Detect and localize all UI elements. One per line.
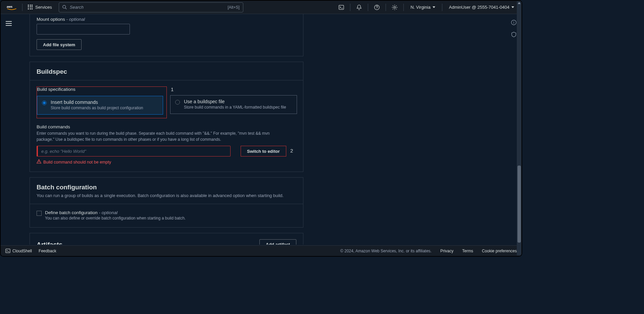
artifacts-title: Artifacts <box>37 241 62 245</box>
copyright-text: © 2024, Amazon Web Services, Inc. or its… <box>340 249 432 253</box>
divider <box>403 4 404 11</box>
radio-use-buildspec-file[interactable]: Use a buildspec file Store build command… <box>170 95 297 114</box>
info-icon <box>511 19 517 25</box>
radio-desc: Store build commands in a YAML-formatted… <box>184 105 292 110</box>
artifacts-section: Artifacts Add artifact <box>30 233 303 245</box>
security-panel-toggle[interactable] <box>511 32 517 39</box>
add-file-system-button[interactable]: Add file system <box>37 39 82 50</box>
region-label: N. Virginia <box>410 5 431 10</box>
account-label: AdminUser @ 2555-7041-0404 <box>449 5 509 10</box>
side-nav-toggle[interactable] <box>4 19 13 28</box>
add-artifact-button[interactable]: Add artifact <box>259 239 296 245</box>
top-navigation: aws Services [Alt+S] <box>1 1 522 14</box>
svg-point-10 <box>39 163 39 163</box>
notifications-button[interactable] <box>352 1 366 14</box>
divider <box>442 4 442 11</box>
radio-desc: Store build commands as build project co… <box>51 106 158 110</box>
mount-options-label: Mount options - optional <box>37 17 296 22</box>
checkbox-label: Define batch configuration - optional <box>45 210 186 215</box>
cloudshell-label: CloudShell <box>12 249 32 253</box>
aws-logo[interactable]: aws <box>3 4 20 10</box>
search-box[interactable]: [Alt+S] <box>59 2 243 12</box>
terminal-icon <box>5 248 10 253</box>
services-menu-button[interactable]: Services <box>24 3 55 12</box>
divider <box>22 4 22 11</box>
cloudshell-icon-button[interactable] <box>335 1 348 14</box>
batch-subtitle: You can run a group of builds as a singl… <box>37 192 296 199</box>
svg-point-5 <box>394 6 395 8</box>
terms-link[interactable]: Terms <box>462 249 473 253</box>
scrollbar-thumb[interactable] <box>517 166 521 243</box>
mount-options-section: Mount options - optional Add file system <box>30 14 303 56</box>
search-shortcut-hint: [Alt+S] <box>228 5 240 10</box>
bell-icon <box>356 4 362 10</box>
aws-logo-icon: aws <box>7 4 17 10</box>
account-selector[interactable]: AdminUser @ 2555-7041-0404 <box>444 5 519 10</box>
divider <box>350 4 350 11</box>
terminal-icon <box>338 4 344 10</box>
batch-title: Batch configuration <box>37 184 296 191</box>
radio-insert-build-commands[interactable]: Insert build commands Store build comman… <box>37 96 163 115</box>
services-label: Services <box>35 5 52 10</box>
build-commands-label: Build commands <box>37 124 296 129</box>
scroll-up-icon <box>518 2 521 4</box>
build-specifications-label: Build specifications <box>37 87 166 94</box>
svg-line-2 <box>65 8 67 9</box>
error-text: Build command should not be empty <box>43 160 111 165</box>
warning-icon <box>37 159 41 165</box>
divider <box>386 4 386 11</box>
radio-title: Insert build commands <box>51 100 158 105</box>
cookie-prefs-link[interactable]: Cookie preferences <box>482 249 517 253</box>
svg-text:aws: aws <box>7 5 12 8</box>
checkbox-desc: You can also define or override batch co… <box>45 216 186 221</box>
divider <box>368 4 368 11</box>
buildspec-title: Buildspec <box>37 68 296 75</box>
build-commands-error: Build command should not be empty <box>37 159 296 165</box>
svg-rect-3 <box>339 5 344 9</box>
help-button[interactable] <box>370 1 384 14</box>
define-batch-checkbox-row[interactable]: Define batch configuration - optional Yo… <box>37 210 296 221</box>
footer: CloudShell Feedback © 2024, Amazon Web S… <box>1 245 522 256</box>
settings-button[interactable] <box>388 1 401 14</box>
cloudshell-button[interactable]: CloudShell <box>5 248 32 253</box>
switch-to-editor-button[interactable]: Switch to editor <box>241 146 286 156</box>
radio-title: Use a buildspec file <box>184 99 292 104</box>
radio-icon <box>175 100 180 105</box>
build-commands-input[interactable] <box>37 146 231 156</box>
region-selector[interactable]: N. Virginia <box>406 5 440 10</box>
mount-options-input[interactable] <box>37 24 130 35</box>
hamburger-icon <box>6 21 12 26</box>
checkbox-icon[interactable] <box>37 211 42 216</box>
build-commands-help: Enter commands you want to run during th… <box>37 130 285 142</box>
grid-icon <box>28 5 33 10</box>
svg-point-1 <box>63 5 66 8</box>
help-icon <box>374 4 380 10</box>
caret-down-icon <box>511 6 514 8</box>
radio-icon <box>42 101 47 105</box>
batch-config-section: Batch configuration You can run a group … <box>30 177 303 228</box>
scrollbar-track[interactable] <box>517 1 522 255</box>
svg-point-8 <box>513 21 514 22</box>
info-panel-toggle[interactable] <box>511 19 517 27</box>
callout-2: 2 <box>290 148 293 153</box>
main-content: Mount options - optional Add file system… <box>15 14 505 245</box>
svg-rect-11 <box>6 249 10 253</box>
shield-icon <box>511 32 517 38</box>
search-icon <box>62 5 67 10</box>
search-input[interactable] <box>70 5 228 10</box>
gear-icon <box>392 4 398 10</box>
buildspec-section: Buildspec Build specifications Insert bu… <box>30 62 303 172</box>
callout-1: 1 <box>171 86 174 92</box>
feedback-link[interactable]: Feedback <box>39 249 56 253</box>
privacy-link[interactable]: Privacy <box>440 249 453 253</box>
caret-down-icon <box>433 6 435 8</box>
